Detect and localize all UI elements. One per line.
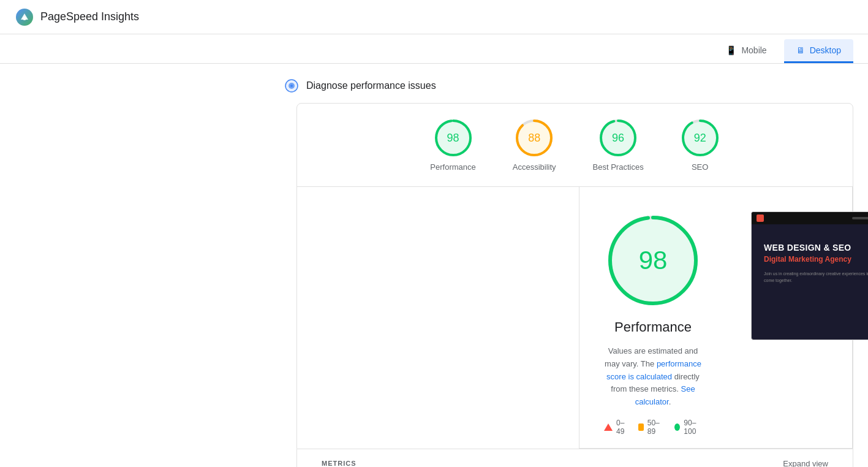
legend-fail-range: 0–49 (616, 419, 626, 436)
score-card-best-practices[interactable]: 96 Best Practices (593, 118, 644, 172)
preview-body-text: Join us in creating extraordinary creati… (764, 271, 868, 284)
preview-heading2: Digital Marketing Agency (764, 255, 868, 264)
big-score-number: 98 (639, 246, 668, 275)
legend-item-fail: 0–49 (604, 419, 626, 436)
preview-nav-links (852, 217, 868, 219)
diagnose-section: Diagnose performance issues (15, 78, 853, 103)
diagnose-icon (284, 78, 299, 93)
legend-item-average: 50–89 (638, 419, 662, 436)
diagnose-text: Diagnose performance issues (306, 80, 436, 91)
legend: 0–49 50–89 90–100 (604, 419, 702, 436)
score-circle-seo: 92 (681, 118, 720, 158)
score-circle-performance: 98 (434, 118, 473, 158)
tab-desktop[interactable]: 🖥 Desktop (784, 39, 853, 63)
legend-item-pass: 90–100 (674, 419, 702, 436)
preview-nav-logo (757, 215, 764, 222)
preview-body: WEB DESIGN & SEO Digital Marketing Agenc… (752, 224, 868, 296)
pagespeed-logo-icon (15, 7, 34, 27)
average-icon (638, 423, 644, 431)
metrics-title: METRICS (322, 460, 357, 467)
score-number-seo: 92 (694, 132, 706, 145)
score-circle-best-practices: 96 (598, 118, 638, 158)
tab-bar: 📱 Mobile 🖥 Desktop (0, 34, 868, 64)
score-label-accessibility: Accessibility (513, 162, 556, 172)
mobile-icon: 📱 (726, 45, 736, 55)
fail-icon (604, 423, 613, 431)
score-number-accessibility: 88 (528, 132, 540, 145)
big-score-circle: 98 (604, 211, 702, 309)
score-number-performance: 98 (447, 132, 459, 145)
detail-left: 98 Performance Values are estimated and … (604, 211, 702, 436)
score-label-seo: SEO (692, 162, 708, 172)
tab-desktop-label: Desktop (810, 45, 841, 55)
preview-nav (752, 212, 868, 224)
desktop-icon: 🖥 (796, 45, 805, 55)
metrics-section: METRICS Expand view First Contentful Pai… (296, 449, 853, 467)
score-card-seo[interactable]: 92 SEO (681, 118, 720, 172)
legend-average-range: 50–89 (647, 419, 663, 436)
logo-area: PageSpeed Insights (15, 7, 139, 27)
score-number-best-practices: 96 (612, 132, 624, 145)
website-preview: WEB DESIGN & SEO Digital Marketing Agenc… (751, 211, 868, 340)
svg-point-1 (23, 17, 26, 20)
main-content: Diagnose performance issues 98 Performan… (0, 64, 868, 467)
score-description: Values are estimated and may vary. The p… (604, 345, 702, 409)
score-label-performance: Performance (430, 162, 475, 172)
tab-mobile-label: Mobile (741, 45, 766, 55)
svg-point-4 (290, 85, 293, 87)
score-label-best-practices: Best Practices (593, 162, 644, 172)
preview-heading1: WEB DESIGN & SEO (764, 243, 868, 252)
metrics-header: METRICS Expand view (322, 459, 828, 467)
score-cards-wrapper: 98 Performance 88 Accessibility (296, 103, 853, 449)
pass-icon (674, 423, 680, 431)
score-card-accessibility[interactable]: 88 Accessibility (513, 118, 556, 172)
header: PageSpeed Insights (0, 0, 868, 34)
preview-nav-link-1 (852, 217, 868, 219)
detail-section: 98 Performance Values are estimated and … (579, 187, 853, 449)
score-circle-accessibility: 88 (515, 118, 554, 158)
tab-mobile[interactable]: 📱 Mobile (714, 39, 779, 63)
expand-view-button[interactable]: Expand view (783, 459, 828, 467)
detail-right: WEB DESIGN & SEO Digital Marketing Agenc… (751, 211, 868, 340)
legend-pass-range: 90–100 (684, 419, 702, 436)
app-title: PageSpeed Insights (40, 10, 139, 23)
score-card-performance[interactable]: 98 Performance (430, 118, 475, 172)
description-part3: . (669, 397, 671, 406)
score-cards: 98 Performance 88 Accessibility (297, 104, 853, 187)
big-score-label: Performance (614, 319, 692, 335)
